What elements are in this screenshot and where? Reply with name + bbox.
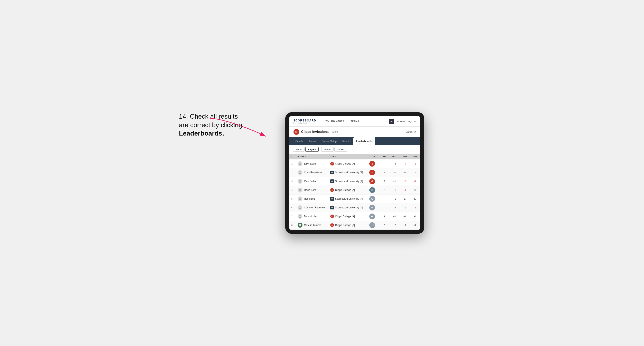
- toggle-teams[interactable]: Teams: [293, 147, 304, 152]
- cell-total: E: [365, 186, 379, 194]
- team-logo-clippd: C: [330, 223, 334, 227]
- cell-rd1: +1: [390, 194, 400, 203]
- arrow-indicator: [204, 114, 269, 143]
- cell-rd3: +6: [410, 212, 420, 221]
- cell-team: CClippd College [A]: [328, 160, 365, 168]
- player-avatar: [298, 179, 302, 184]
- cell-rd1: +2: [390, 212, 400, 221]
- col-rd1: RD1: [390, 154, 400, 160]
- cell-total: -2: [365, 177, 379, 186]
- table-row: 8Marcus TurnersCClippd College [A]+11F+2…: [290, 221, 420, 230]
- score-badge: -2: [369, 178, 375, 184]
- player-name: Cameron Robertson: [304, 206, 326, 209]
- player-name: Chris Robertson: [304, 171, 322, 174]
- cell-rd2: +2: [400, 203, 410, 212]
- cell-player: Chris Robertson: [296, 168, 328, 177]
- cell-rd2: E: [400, 194, 410, 203]
- sign-out-link[interactable]: Sign out: [408, 120, 416, 123]
- team-name: Clippd College [A]: [335, 189, 355, 191]
- sub-nav-course-setup[interactable]: Course Setup: [319, 137, 340, 145]
- svg-point-4: [300, 189, 301, 190]
- cell-rank: 4: [290, 186, 296, 194]
- toggle-players[interactable]: Players: [305, 147, 319, 152]
- cell-player: Rees Britt: [296, 194, 328, 203]
- cell-team: CClippd College [A]: [328, 186, 365, 194]
- cell-team: CClippd College [A]: [328, 212, 365, 221]
- player-avatar: [298, 205, 302, 210]
- cell-player: Rich Butler: [296, 177, 328, 186]
- cancel-button[interactable]: Cancel ✕: [406, 131, 416, 133]
- cell-rd3: -1: [410, 203, 420, 212]
- cell-thru: F: [379, 212, 390, 221]
- nav-teams[interactable]: TEAMS: [347, 116, 362, 127]
- player-avatar: [298, 161, 302, 166]
- cell-team: ▦Scoreboard University [A]: [328, 177, 365, 186]
- cell-thru: F: [379, 168, 390, 177]
- team-logo-scoreboard: ▦: [330, 179, 334, 183]
- cell-player: David Ford: [296, 186, 328, 194]
- team-name: Scoreboard University [A]: [335, 171, 363, 174]
- cell-total: -8: [365, 160, 379, 168]
- cell-player: Marcus Turners: [296, 221, 328, 230]
- table-row: 4David FordCClippd College [A]EF+1-4+3: [290, 186, 420, 194]
- cell-rd1: +5: [390, 203, 400, 212]
- cell-rd1: +1: [390, 177, 400, 186]
- col-rd2: RD2: [400, 154, 410, 160]
- cell-rd2: +7: [400, 221, 410, 230]
- player-avatar: [298, 214, 302, 219]
- score-badge: +9: [369, 213, 375, 219]
- table-row: 6Cameron Robertson▦Scoreboard University…: [290, 203, 420, 212]
- col-rank: #: [290, 154, 296, 160]
- cell-rd2: +1: [400, 212, 410, 221]
- toggle-scores[interactable]: Scores: [321, 147, 334, 152]
- team-logo-clippd: C: [330, 214, 334, 218]
- cell-rd3: E: [410, 194, 420, 203]
- col-total: TOTAL: [365, 154, 379, 160]
- team-name: Clippd College [A]: [335, 215, 355, 218]
- sub-nav: Details Teams Course Setup Results Leade…: [290, 137, 420, 145]
- toggle-strokes[interactable]: Strokes: [334, 147, 347, 152]
- score-badge: +11: [369, 222, 375, 228]
- nav-tournaments[interactable]: TOURNAMENTS: [322, 116, 348, 127]
- tablet-frame: SCOREBOARD Powered by clippd TOURNAMENTS…: [285, 112, 424, 234]
- table-row: 2Chris Robertson▦Scoreboard University […: [290, 168, 420, 177]
- user-avatar: TU: [389, 119, 394, 124]
- team-logo-clippd: C: [330, 162, 334, 166]
- sub-nav-teams[interactable]: Teams: [306, 137, 319, 145]
- svg-point-2: [300, 171, 301, 173]
- sub-nav-results[interactable]: Results: [340, 137, 353, 145]
- sub-nav-leaderboards[interactable]: Leaderboards: [353, 137, 375, 145]
- player-name: Rees Britt: [304, 197, 315, 200]
- player-name: Marcus Turners: [304, 224, 321, 227]
- nav-links: TOURNAMENTS TEAMS: [322, 116, 389, 127]
- cell-rd3: -5: [410, 160, 420, 168]
- cell-rd1: +3: [390, 160, 400, 168]
- player-name: Rich Butler: [304, 180, 316, 183]
- score-badge: +6: [369, 205, 375, 210]
- team-name: Clippd College [A]: [335, 162, 355, 165]
- table-header-row: # PLAYER TEAM TOTAL THRU RD1 RD2 RD3: [290, 154, 420, 160]
- player-name: David Ford: [304, 189, 316, 191]
- leaderboard-table: # PLAYER TEAM TOTAL THRU RD1 RD2 RD3 1El…: [290, 154, 420, 230]
- sub-nav-details[interactable]: Details: [293, 137, 306, 145]
- cell-rank: 6: [290, 203, 296, 212]
- table-row: 3Rich Butler▦Scoreboard University [A]-2…: [290, 177, 420, 186]
- cell-rd3: -1: [410, 177, 420, 186]
- player-name: Blair McHarg: [304, 215, 318, 218]
- tournament-name: Clippd Invitational: [301, 130, 330, 134]
- team-logo-scoreboard: ▦: [330, 197, 334, 201]
- cell-thru: F: [379, 221, 390, 230]
- tournament-name-area: C Clippd Invitational (Men): [294, 129, 338, 135]
- svg-point-7: [300, 215, 301, 216]
- cell-team: CClippd College [A]: [328, 221, 365, 230]
- team-logo-clippd: C: [330, 188, 334, 192]
- cell-rd2: -6: [400, 160, 410, 168]
- cell-thru: F: [379, 186, 390, 194]
- cell-total: -4: [365, 168, 379, 177]
- nav-right: TU Test User | Sign out: [389, 119, 416, 124]
- table-row: 7Blair McHargCClippd College [A]+9F+2+1+…: [290, 212, 420, 221]
- player-avatar: [298, 223, 302, 228]
- svg-point-6: [300, 206, 301, 208]
- cell-rd1: -5: [390, 168, 400, 177]
- score-badge: E: [369, 187, 375, 193]
